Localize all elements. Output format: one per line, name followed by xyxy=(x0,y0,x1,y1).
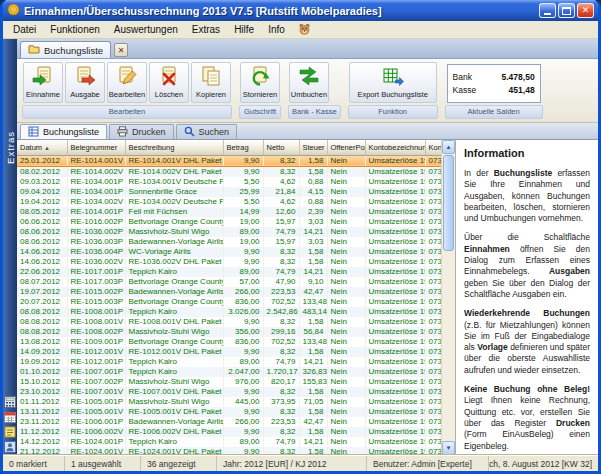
menu-hilfe[interactable]: Hilfe xyxy=(227,23,261,36)
table-row[interactable]: 19.09.2012 RE-1012.001P Teppich Kairo 89… xyxy=(17,357,441,367)
table-row[interactable]: 14.06.2012 RE-1036.002V RE-1036.002V DHL… xyxy=(17,257,441,267)
subtab-drucken[interactable]: Drucken xyxy=(109,124,174,139)
maximize-button[interactable] xyxy=(558,3,575,18)
info-paragraph-1: In der Buchungsliste erfassen Sie Ihre E… xyxy=(464,168,590,224)
table-row[interactable]: 13.08.2012 RE-1009.001P Bettvorlage Oran… xyxy=(17,337,441,347)
column-header-steuer[interactable]: Steuer xyxy=(299,140,327,155)
subtab-buchungsliste[interactable]: Buchungsliste xyxy=(20,124,107,139)
status-year: Jahr: 2012 [EUR] / KJ 2012 xyxy=(217,456,367,471)
table-row[interactable]: 22.06.2012 RE-1017.001P Teppich Kairo 89… xyxy=(17,267,441,277)
table-row[interactable]: 06.06.2012 RE-1016.002P Bettvorlage Oran… xyxy=(17,217,441,227)
loeschen-button[interactable]: Löschen xyxy=(149,62,189,103)
extras-sidebar[interactable]: Extras xyxy=(3,39,17,455)
subtab-buchungsliste-label: Buchungsliste xyxy=(43,127,99,137)
app-icon xyxy=(7,2,20,20)
menu-info[interactable]: Info xyxy=(261,23,292,36)
kopieren-button[interactable]: Kopieren xyxy=(191,62,231,103)
column-header-konto[interactable]: Konto xyxy=(425,140,441,155)
scroll-up-icon[interactable]: ▲ xyxy=(442,140,455,154)
table-row[interactable]: 09.03.2012 RE-1034.001P RE-1034.001V Deu… xyxy=(17,177,441,187)
scroll-down-icon[interactable]: ▼ xyxy=(442,441,455,455)
table-body: 25.01.2012 RE-1014.001V RE-1014.001V DHL… xyxy=(17,155,441,455)
menu-funktionen[interactable]: Funktionen xyxy=(43,23,106,36)
status-marked-count: 0 markiert xyxy=(3,456,65,471)
table-row[interactable]: 08.08.2012 RE-1008.001P Teppich Kairo 3.… xyxy=(17,307,441,317)
list-icon xyxy=(28,126,39,139)
table-row[interactable]: 08.05.2012 RE-1014.001P Fell mit Füchsen… xyxy=(17,207,441,217)
group-caption-bank-kasse: Bank - Kasse xyxy=(288,105,341,119)
printer-icon xyxy=(117,126,128,139)
column-header-datum[interactable]: Datum▲ xyxy=(17,140,67,155)
sidebar-icons xyxy=(4,394,16,451)
tab-close-icon[interactable]: ✕ xyxy=(114,43,128,57)
menu-extras[interactable]: Extras xyxy=(185,23,227,36)
notes-icon[interactable] xyxy=(4,424,16,436)
export-icon xyxy=(382,65,404,89)
column-header-offenerposten[interactable]: OffenerPosten xyxy=(327,140,365,155)
column-header-beschreibung[interactable]: Beschreibung xyxy=(125,140,223,155)
tab-buchungsliste[interactable]: Buchungsliste xyxy=(20,41,111,58)
umbuchen-label: Umbuchen xyxy=(291,90,327,99)
ausgabe-button[interactable]: Ausgabe xyxy=(65,62,105,103)
table-row[interactable]: 25.01.2012 RE-1014.001V RE-1014.001V DHL… xyxy=(17,155,441,166)
column-header-betrag[interactable]: Betrag xyxy=(223,140,263,155)
table-row[interactable]: 13.11.2012 RE-1005.001V RE-1005.001V DHL… xyxy=(17,407,441,417)
minimize-button[interactable] xyxy=(539,3,556,18)
bearbeiten-icon xyxy=(116,65,138,89)
umbuchen-button[interactable]: Umbuchen xyxy=(289,62,329,103)
einnahme-button[interactable]: Einnahme xyxy=(23,62,63,103)
status-user: Benutzer: Admin [Experte] xyxy=(367,456,489,471)
column-header-kontobezeichnung[interactable]: Kontobezeichnung xyxy=(365,140,425,155)
table-row[interactable]: 08.08.2012 RE-1008.002P Massivholz-Stuhl… xyxy=(17,327,441,337)
table-row[interactable]: 19.07.2012 RE-1015.002P Badewannen-Vorla… xyxy=(17,287,441,297)
menu-datei[interactable]: Datei xyxy=(6,23,43,36)
table-row[interactable]: 08.07.2012 RE-1017.003P Bettvorlage Oran… xyxy=(17,277,441,287)
scroll-thumb[interactable] xyxy=(443,155,454,251)
kopieren-label: Kopieren xyxy=(196,90,226,99)
calendar-icon[interactable] xyxy=(4,409,16,421)
folder-icon xyxy=(28,44,40,56)
table-row[interactable]: 15.10.2012 RE-1007.002P Massivholz-Stuhl… xyxy=(17,377,441,387)
table-row[interactable]: 23.10.2012 RE-1007.001V RE-1007.001V DHL… xyxy=(17,387,441,397)
toolbar-group-gutschrift: Stornieren Gutschrift xyxy=(238,61,282,120)
column-header-netto[interactable]: Netto xyxy=(263,140,299,155)
menu-auswertungen[interactable]: Auswertungen xyxy=(107,23,185,36)
column-header-belegnummer[interactable]: Belegnummer xyxy=(67,140,125,155)
table-scrollbar[interactable]: ▲ ▼ xyxy=(441,140,455,455)
status-shown-count: 36 angezeigt xyxy=(141,456,217,471)
info-paragraph-2: Über die Schaltfläche Einnahmen öffnen S… xyxy=(464,232,590,300)
table-row[interactable]: 14.09.2012 RE-1012.001V RE-1012.001V DHL… xyxy=(17,347,441,357)
group-caption-funktion: Funktion xyxy=(348,105,438,119)
export-label: Export Buchungsliste xyxy=(357,90,427,99)
calculator-icon[interactable] xyxy=(4,394,16,406)
bearbeiten-button[interactable]: Bearbeiten xyxy=(107,62,147,103)
contacts-icon[interactable] xyxy=(4,439,16,451)
export-buchungsliste-button[interactable]: Export Buchungsliste xyxy=(349,62,437,103)
table-row[interactable]: 08.06.2012 RE-1036.003P Badewannen-Vorla… xyxy=(17,237,441,247)
scroll-track[interactable] xyxy=(442,154,455,441)
table-row[interactable]: 19.04.2012 RE-1034.002V RE-1034.002V Deu… xyxy=(17,197,441,207)
table-row[interactable]: 23.11.2012 RE-1006.001P Badewannen-Vorla… xyxy=(17,417,441,427)
table-row[interactable]: 01.11.2012 RE-1005.001P Massivholz-Stuhl… xyxy=(17,397,441,407)
group-caption-salden: Aktuelle Salden xyxy=(445,105,543,119)
table-row[interactable]: 09.04.2012 RE-1034.001P Sonnenbrille Gra… xyxy=(17,187,441,197)
menubar: Datei Funktionen Auswertungen Extras Hil… xyxy=(3,21,598,39)
info-panel: Information In der Buchungsliste erfasse… xyxy=(455,140,598,455)
table-row[interactable]: 14.12.2012 RE-1024.001P Teppich Kairo 89… xyxy=(17,437,441,447)
table-row[interactable]: 20.07.2012 RE-1015.003P Bettvorlage Oran… xyxy=(17,297,441,307)
table-row[interactable]: 08.06.2012 RE-1036.002P Massivholz-Stuhl… xyxy=(17,227,441,237)
stornieren-button[interactable]: Stornieren xyxy=(240,62,280,103)
table-row[interactable]: 01.10.2012 RE-1007.001P Teppich Kairo 2.… xyxy=(17,367,441,377)
subtab-suchen[interactable]: Suchen xyxy=(176,124,238,139)
table-row[interactable]: 11.12.2012 RE-1006.002V RE-1006.002V DHL… xyxy=(17,427,441,437)
table-row[interactable]: 21.12.2012 RE-1024.001V RE-1024.001V DHL… xyxy=(17,447,441,456)
app-window: Einnahmen/Überschussrechnung 2013 V7.5 [… xyxy=(0,0,601,474)
view-subtabs: Buchungsliste Drucken Suchen xyxy=(17,123,598,140)
table-row[interactable]: 08.02.2012 RE-1014.002V RE-1014.002V DHL… xyxy=(17,166,441,177)
table-row[interactable]: 08.08.2012 RE-1008.001V RE-1008.001V DHL… xyxy=(17,317,441,327)
table-row[interactable]: 14.06.2012 RE-1036.004P WC-Vorlage Airli… xyxy=(17,247,441,257)
close-button[interactable]: ✕ xyxy=(577,3,594,18)
ausgabe-icon xyxy=(74,65,96,89)
titlebar[interactable]: Einnahmen/Überschussrechnung 2013 V7.5 [… xyxy=(3,0,598,21)
info-paragraph-4: Keine Buchung ohne Beleg! Liegt Ihnen ke… xyxy=(464,384,590,452)
